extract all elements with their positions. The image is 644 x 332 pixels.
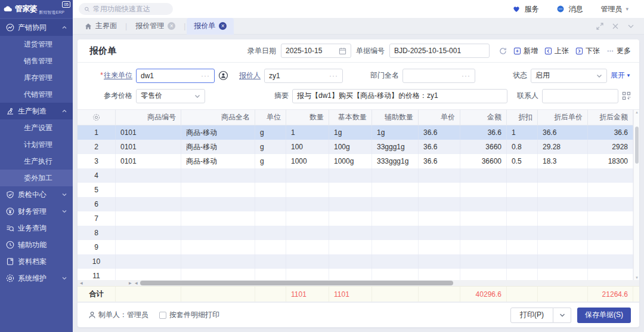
sidebar-item-finance[interactable]: 财务管理 (0, 203, 73, 220)
table-cell[interactable]: 36.6 (538, 125, 588, 140)
sidebar-item-archives[interactable]: 资料档案 (0, 253, 73, 270)
table-row[interactable]: 8 (78, 226, 633, 240)
table-cell[interactable] (419, 168, 460, 183)
table-cell[interactable] (329, 254, 372, 269)
save-button[interactable]: 保存单据(S) (577, 308, 631, 323)
table-cell[interactable] (372, 183, 419, 197)
dept-input[interactable] (407, 72, 459, 80)
table-cell[interactable]: 36600 (460, 154, 507, 168)
quoter-input[interactable] (269, 72, 327, 80)
scroll-down-icon[interactable]: ▼ (635, 276, 639, 279)
table-cell[interactable] (329, 211, 372, 226)
contact-input[interactable] (547, 92, 614, 100)
table-cell[interactable] (372, 240, 419, 254)
column-header[interactable]: 基本数量 (329, 110, 372, 125)
table-cell[interactable] (286, 269, 329, 280)
quoter-label[interactable]: 报价人 (232, 70, 261, 81)
doc-no-field[interactable] (389, 44, 490, 58)
table-cell[interactable] (419, 226, 460, 240)
sidebar-item-outsourcing[interactable]: 委外加工 (0, 170, 73, 186)
table-cell[interactable] (538, 226, 588, 240)
summary-field[interactable] (292, 89, 507, 103)
table-cell[interactable]: 36.6 (419, 140, 460, 154)
table-cell[interactable] (329, 168, 372, 183)
summary-input[interactable] (297, 92, 503, 100)
table-cell[interactable] (116, 168, 181, 183)
table-cell[interactable] (286, 254, 329, 269)
next-button[interactable]: 下张 (575, 46, 600, 56)
table-cell[interactable] (116, 197, 181, 211)
table-cell[interactable] (419, 240, 460, 254)
table-cell[interactable] (460, 226, 507, 240)
close-all-tabs-icon[interactable] (612, 23, 619, 30)
more-button[interactable]: 更多 (606, 46, 631, 56)
sidebar-item-purchase[interactable]: 进货管理 (0, 36, 73, 53)
table-cell[interactable] (419, 197, 460, 211)
row-number[interactable]: 2 (78, 140, 116, 154)
table-cell[interactable] (538, 183, 588, 197)
qr-grid-icon[interactable] (622, 91, 631, 100)
table-cell[interactable]: 1 (286, 125, 329, 140)
column-header[interactable]: 金额 (460, 110, 507, 125)
vertical-scroll-thumb[interactable] (635, 127, 639, 164)
table-cell[interactable]: 0101 (116, 140, 181, 154)
table-cell[interactable] (588, 168, 633, 183)
table-cell[interactable] (507, 240, 538, 254)
table-cell[interactable] (116, 254, 181, 269)
table-cell[interactable] (181, 197, 255, 211)
partner-label[interactable]: 往来单位 (104, 71, 132, 79)
table-cell[interactable] (538, 211, 588, 226)
table-cell[interactable] (116, 211, 181, 226)
table-cell[interactable] (286, 168, 329, 183)
sidebar-item-query[interactable]: 业务查询 (0, 220, 73, 236)
table-cell[interactable] (116, 183, 181, 197)
calendar-icon[interactable] (339, 47, 346, 55)
sidebar-item-inventory[interactable]: 库存管理 (0, 69, 73, 86)
column-header[interactable]: 单价 (419, 110, 460, 125)
table-cell[interactable] (181, 183, 255, 197)
table-cell[interactable]: g (255, 125, 286, 140)
table-cell[interactable] (286, 197, 329, 211)
table-cell[interactable]: 商品-移动 (181, 125, 255, 140)
table-cell[interactable]: 3660 (460, 140, 507, 154)
grid-settings-icon[interactable] (92, 113, 100, 121)
record-date-input[interactable] (286, 47, 336, 55)
service-button[interactable]: 服务 (512, 4, 538, 14)
table-cell[interactable] (419, 254, 460, 269)
horizontal-scroll-thumb[interactable] (140, 281, 453, 285)
table-cell[interactable] (116, 269, 181, 280)
table-cell[interactable] (116, 240, 181, 254)
table-cell[interactable] (286, 183, 329, 197)
table-cell[interactable]: 29.28 (538, 140, 588, 154)
vertical-scrollbar[interactable]: ▲ ▼ (633, 110, 639, 280)
table-cell[interactable]: 333ggg1g (372, 154, 419, 168)
table-cell[interactable] (588, 226, 633, 240)
new-button[interactable]: 新增 (513, 46, 538, 56)
sidebar-item-system[interactable]: 系统维护 (0, 270, 73, 287)
refresh-button[interactable] (499, 47, 507, 55)
table-cell[interactable] (181, 254, 255, 269)
close-tab-icon[interactable]: × (219, 22, 227, 30)
table-cell[interactable] (286, 211, 329, 226)
table-row[interactable]: 11 (78, 269, 633, 280)
table-cell[interactable] (372, 254, 419, 269)
sidebar-item-purchase-sales[interactable]: 产销协同 (0, 19, 73, 36)
table-cell[interactable] (460, 168, 507, 183)
table-cell[interactable] (507, 211, 538, 226)
table-cell[interactable]: 0101 (116, 154, 181, 168)
table-row[interactable]: 10101商品-移动g11g1g36.636.6136.636.6 (78, 125, 633, 140)
table-cell[interactable] (181, 269, 255, 280)
table-cell[interactable] (329, 197, 372, 211)
user-menu[interactable]: 管理员 ▾ (600, 4, 628, 14)
table-cell[interactable] (588, 197, 633, 211)
table-cell[interactable]: 100 (286, 140, 329, 154)
table-cell[interactable] (460, 240, 507, 254)
column-header[interactable]: 商品编号 (116, 110, 181, 125)
table-cell[interactable] (507, 254, 538, 269)
table-cell[interactable]: 36.6 (588, 125, 633, 140)
table-cell[interactable] (588, 183, 633, 197)
tab-quote-mgmt[interactable]: 报价管理× (128, 18, 182, 35)
row-number[interactable]: 6 (78, 197, 116, 211)
table-cell[interactable]: 33ggg1g (372, 140, 419, 154)
print-detail-checkbox[interactable] (159, 312, 166, 319)
